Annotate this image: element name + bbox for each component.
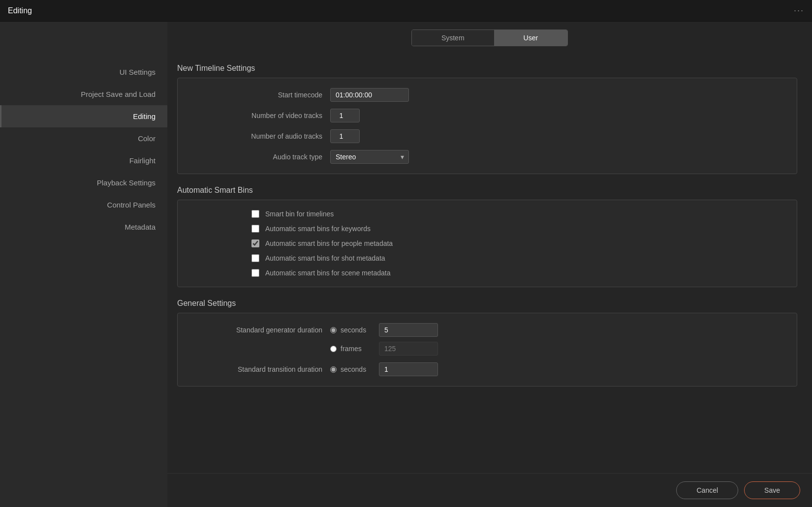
checkbox-shot-row: Automatic smart bins for shot metadata [251, 254, 782, 262]
smart-bins-heading: Automatic Smart Bins [177, 186, 797, 195]
sidebar-item-color[interactable]: Color [0, 127, 167, 149]
generator-frames-radio[interactable] [330, 346, 337, 352]
new-timeline-box: Start timecode Number of video tracks Nu… [177, 78, 797, 174]
generator-seconds-input[interactable] [379, 323, 438, 337]
transition-seconds-input[interactable] [379, 362, 438, 376]
generator-frames-input[interactable] [379, 342, 438, 356]
transition-seconds-radio[interactable] [330, 366, 337, 373]
generator-duration-label: Standard generator duration [192, 323, 330, 334]
audio-tracks-input[interactable] [330, 129, 360, 143]
checkbox-scene[interactable] [251, 269, 259, 277]
checkbox-timelines-label: Smart bin for timelines [265, 210, 334, 218]
sidebar-item-metadata[interactable]: Metadata [0, 216, 167, 238]
title-bar: Editing ··· [0, 0, 812, 22]
transition-duration-label: Standard transition duration [192, 365, 330, 373]
checkbox-people[interactable] [251, 239, 259, 247]
sidebar-item-control-panels[interactable]: Control Panels [0, 194, 167, 216]
sidebar-item-project-save-load[interactable]: Project Save and Load [0, 83, 167, 105]
checkbox-keywords-row: Automatic smart bins for keywords [251, 225, 782, 233]
audio-tracks-label: Number of audio tracks [192, 132, 330, 140]
generator-seconds-label: seconds [341, 326, 375, 334]
sidebar-item-fairlight[interactable]: Fairlight [0, 149, 167, 172]
transition-duration-options: seconds [330, 362, 438, 376]
generator-frames-option: frames [330, 342, 438, 356]
smart-bins-box: Smart bin for timelines Automatic smart … [177, 200, 797, 287]
checkbox-shot-label: Automatic smart bins for shot metadata [265, 254, 385, 262]
transition-seconds-option: seconds [330, 362, 438, 376]
footer: Cancel Save [167, 473, 812, 507]
tab-group: System User [411, 30, 568, 46]
checkbox-keywords[interactable] [251, 225, 259, 233]
transition-duration-row: Standard transition duration seconds [192, 362, 782, 376]
checkbox-shot[interactable] [251, 254, 259, 262]
checkbox-people-row: Automatic smart bins for people metadata [251, 239, 782, 247]
video-tracks-input[interactable] [330, 109, 360, 122]
checkbox-timelines[interactable] [251, 210, 259, 218]
cancel-button[interactable]: Cancel [676, 481, 738, 499]
generator-duration-row: Standard generator duration seconds fram… [192, 323, 782, 356]
audio-track-type-row: Audio track type Stereo Mono 5.1 7.1 Ada… [192, 150, 782, 164]
window-menu-dots[interactable]: ··· [794, 5, 804, 16]
save-button[interactable]: Save [744, 481, 800, 499]
start-timecode-row: Start timecode [192, 88, 782, 102]
tab-user[interactable]: User [494, 30, 568, 46]
content-area: System User New Timeline Settings Start … [167, 22, 812, 507]
sidebar: UI Settings Project Save and Load Editin… [0, 22, 167, 507]
audio-track-type-select-wrapper: Stereo Mono 5.1 7.1 Adaptive [330, 150, 409, 164]
window-title: Editing [8, 6, 32, 15]
checkbox-area: Smart bin for timelines Automatic smart … [192, 210, 782, 277]
generator-seconds-radio[interactable] [330, 327, 337, 333]
scroll-content: New Timeline Settings Start timecode Num… [167, 52, 812, 473]
sidebar-item-playback-settings[interactable]: Playback Settings [0, 172, 167, 194]
general-settings-heading: General Settings [177, 299, 797, 308]
checkbox-scene-label: Automatic smart bins for scene metadata [265, 269, 390, 277]
checkbox-people-label: Automatic smart bins for people metadata [265, 239, 393, 247]
video-tracks-label: Number of video tracks [192, 112, 330, 119]
new-timeline-heading: New Timeline Settings [177, 64, 797, 73]
checkbox-timelines-row: Smart bin for timelines [251, 210, 782, 218]
start-timecode-input[interactable] [330, 88, 409, 102]
tab-system[interactable]: System [412, 30, 494, 46]
generator-duration-options: seconds frames [330, 323, 438, 356]
sidebar-item-editing[interactable]: Editing [0, 105, 167, 127]
checkbox-scene-row: Automatic smart bins for scene metadata [251, 269, 782, 277]
sidebar-item-ui-settings[interactable]: UI Settings [0, 61, 167, 83]
general-settings-box: Standard generator duration seconds fram… [177, 313, 797, 387]
audio-track-type-label: Audio track type [192, 153, 330, 161]
main-layout: UI Settings Project Save and Load Editin… [0, 22, 812, 507]
generator-seconds-option: seconds [330, 323, 438, 337]
audio-track-type-select[interactable]: Stereo Mono 5.1 7.1 Adaptive [330, 150, 409, 164]
tab-bar: System User [167, 22, 812, 52]
start-timecode-label: Start timecode [192, 91, 330, 99]
checkbox-keywords-label: Automatic smart bins for keywords [265, 225, 371, 233]
transition-seconds-label: seconds [341, 365, 375, 373]
app-window: Editing ··· UI Settings Project Save and… [0, 0, 812, 507]
audio-tracks-row: Number of audio tracks [192, 129, 782, 143]
video-tracks-row: Number of video tracks [192, 109, 782, 122]
generator-frames-label: frames [341, 345, 375, 353]
